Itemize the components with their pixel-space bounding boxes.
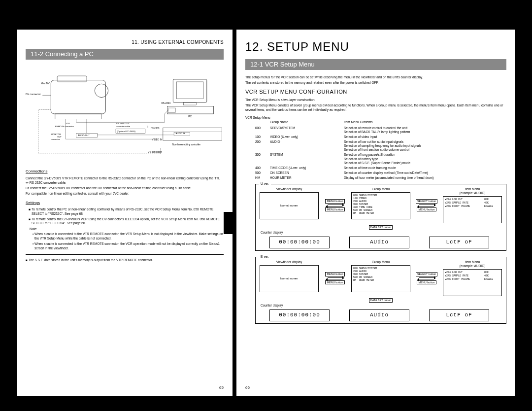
section-title-left: 11-2 Connecting a PC — [26, 49, 224, 60]
svg-rect-1 — [57, 76, 87, 82]
svg-text:VIDEO IN: VIDEO IN — [152, 138, 163, 141]
svg-text:converter cable: converter cable — [116, 125, 131, 128]
counter-time-e: 00:00:00:00 — [269, 309, 330, 321]
svg-text:(Optional VC-P893): (Optional VC-P893) — [117, 130, 136, 133]
counter-lctf-u: LctF oF — [429, 237, 489, 248]
viewfinder-box-e: Normal screen — [260, 265, 319, 292]
group-row: 200AUDIOSelection of low cut for audio i… — [255, 140, 506, 152]
minidv-label: Mini DV — [41, 82, 50, 85]
config-body: The VCR Setup Menu is a two-layer constr… — [245, 98, 506, 112]
svg-rect-24 — [168, 108, 175, 112]
svg-text:RS-232C: RS-232C — [161, 102, 171, 104]
svg-text:REMOTE connector: REMOTE connector — [55, 125, 74, 128]
note-bullets: When a cable is connected to the VTR REM… — [34, 232, 224, 250]
left-page: 11. USING EXTERNAL COMPONENTS 11-2 Conne… — [17, 30, 233, 396]
thumb-tab — [224, 212, 233, 234]
counter-lctf-e: LctF oF — [429, 309, 489, 321]
counter-audio-e: AUdIo — [349, 309, 409, 321]
config-heading: VCR SETUP MENU CONFIGURATION — [245, 89, 506, 96]
page-number-left: 65 — [219, 385, 224, 390]
group-row: 300SYSTEMSelection of long pause/still d… — [255, 153, 506, 165]
svg-text:RS-232C: RS-232C — [151, 127, 160, 129]
viewfinder-box-u: Normal screen — [260, 192, 319, 219]
dataset-button: DATA SET button — [369, 225, 393, 230]
e-ver-frame: E-ver. Viewfinder display Normal screen … — [255, 257, 506, 324]
itemmenu-box-e: ◀244 LOW CUTOFF◀245 SAMPLE RATE48K◀246 F… — [443, 269, 502, 296]
u-ver-frame: U-ver. Viewfinder display Normal screen … — [255, 184, 506, 251]
svg-rect-21 — [176, 82, 203, 99]
group-row: HMHOUR METERDisplay of hour meter (accum… — [255, 176, 506, 180]
chapter-header: 11. USING EXTERNAL COMPONENTS — [26, 39, 224, 46]
svg-text:PC: PC — [188, 115, 192, 118]
svg-text:DV connector: DV connector — [26, 93, 41, 96]
svg-text:OUT: OUT — [57, 136, 62, 138]
note-label: Note: — [30, 227, 224, 231]
svg-rect-22 — [184, 103, 197, 105]
settings-bullets: To remote control the PC or non-linear e… — [32, 207, 224, 226]
group-table: Group Name Item Menu Contents 000SERVO/S… — [255, 120, 506, 180]
counter-audio-u: AUdIo — [349, 237, 409, 248]
connection-diagram: Mini DV DV connector VTR REMOTE connecto… — [26, 65, 224, 163]
svg-point-2 — [95, 84, 108, 97]
groupmenu-box-u: 000 SERVO/SYSTEM 100 VIDEO 200 AUDIO 300… — [351, 192, 410, 219]
svg-text:connector: connector — [51, 138, 60, 140]
group-row: 400TIME CODE (U-ver. only)Selection of t… — [255, 166, 506, 170]
svg-text:AUDIO OUT: AUDIO OUT — [78, 134, 90, 137]
group-row: 000SERVO/SYSTEMSelection of remote contr… — [255, 126, 506, 134]
itemmenu-box-u: ◀244 LOW CUTOFF◀245 SAMPLE RATE48K◀246 F… — [443, 196, 502, 223]
svg-text:DV connector: DV connector — [148, 150, 162, 153]
svg-line-40 — [165, 109, 169, 114]
connections-heading: Connections — [26, 169, 224, 174]
footnote: ■ The S.S.F. data stored in the unit's m… — [26, 258, 224, 262]
svg-rect-23 — [167, 106, 213, 113]
intro-text: The setup menus for the VCR section can … — [245, 75, 506, 85]
svg-rect-3 — [55, 114, 101, 119]
arrow-menu-u: MENU button MENU button — [323, 199, 347, 211]
group-row: 100VIDEO (U-ver. only)Selection of video… — [255, 135, 506, 139]
section-title-right: 12-1 VCR Setup Menu — [245, 59, 506, 70]
counter-time-u: 00:00:00:00 — [269, 237, 330, 248]
group-row: 500ON SCREENSelection of counter display… — [255, 171, 506, 175]
svg-text:MONITOR: MONITOR — [51, 133, 61, 136]
page-number-right: 66 — [245, 385, 250, 390]
svg-rect-26 — [163, 128, 222, 140]
svg-text:VTR: VTR — [66, 122, 70, 125]
connections-body: Connect the GY-DV500's VTR REMOTE connec… — [26, 176, 224, 196]
settings-heading: Settings — [26, 201, 224, 206]
groupmenu-box-e: 000 SERVO/SYSTEM 200 AUDIO 300 SYSTEM 50… — [351, 265, 410, 292]
right-page: 12. SETUP MENU 12-1 VCR Setup Menu The s… — [236, 30, 515, 396]
svg-rect-20 — [173, 79, 206, 103]
svg-text:AUDIO IN: AUDIO IN — [175, 132, 185, 135]
arrow-select-u: SELECT button MENU button — [414, 199, 439, 211]
svg-text:TTL ⇔RS-232C: TTL ⇔RS-232C — [116, 122, 130, 125]
chapter-title: 12. SETUP MENU — [245, 39, 506, 54]
svg-text:Non-linear editing controller: Non-linear editing controller — [172, 143, 201, 146]
tree-header-label: VCR Setup Menu — [245, 116, 506, 120]
